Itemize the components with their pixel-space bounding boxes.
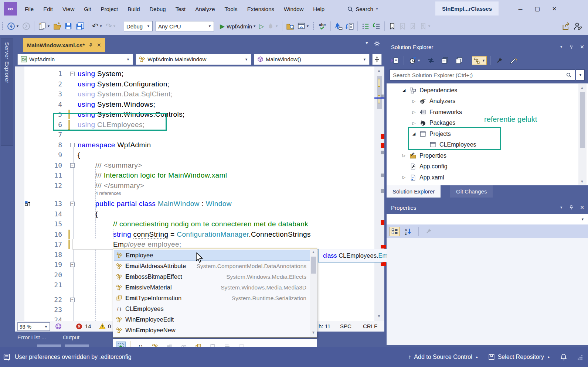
- search-control[interactable]: Search ▾: [347, 6, 378, 12]
- completion-item[interactable]: { }CLEmployees: [114, 303, 310, 314]
- select-repository-button[interactable]: Select Repository ▲: [488, 354, 550, 360]
- object-selector-dropdown[interactable]: ▼: [387, 214, 588, 224]
- tab-list-chevron-icon[interactable]: ▼: [365, 41, 369, 47]
- solution-explorer-title[interactable]: Solution Explorer ▼ ✕: [387, 41, 588, 53]
- expander-closed-icon[interactable]: ▷: [401, 175, 407, 180]
- menu-analyze[interactable]: Analyze: [190, 4, 220, 14]
- split-editor-icon[interactable]: [372, 54, 382, 65]
- start-without-debugging-button[interactable]: ▷: [258, 21, 265, 31]
- pin-icon[interactable]: [569, 44, 574, 49]
- categorized-button[interactable]: [390, 227, 400, 236]
- scroll-up-icon[interactable]: ▲: [312, 250, 315, 254]
- window-layout-button[interactable]: ▼: [296, 21, 311, 31]
- menu-build[interactable]: Build: [123, 4, 145, 14]
- menu-debug[interactable]: Debug: [145, 4, 171, 14]
- expander-closed-icon[interactable]: ▷: [411, 110, 417, 114]
- expander-closed-icon[interactable]: ▷: [401, 153, 407, 158]
- window-position-chevron-icon[interactable]: ▼: [560, 206, 563, 209]
- zoom-dropdown[interactable]: 93 %▼: [17, 322, 50, 331]
- scroll-down-icon[interactable]: ▼: [312, 330, 315, 335]
- start-debugging-button[interactable]: ▶WpfAdmin▼: [218, 21, 258, 31]
- sync-document-outline-button[interactable]: [344, 21, 355, 31]
- add-to-source-control-button[interactable]: ↑ Add to Source Control ▲: [408, 354, 478, 360]
- menu-edit[interactable]: Edit: [38, 4, 58, 14]
- project-dropdown[interactable]: C# WpfAdmin▼: [17, 54, 133, 65]
- redo-button[interactable]: ↷▼: [104, 21, 118, 31]
- tree-item-dependencies[interactable]: ◢Dependencies: [401, 85, 457, 96]
- spell-checker-button[interactable]: abc: [316, 21, 328, 31]
- navigate-back-button[interactable]: ▼: [6, 21, 21, 31]
- tab-solution-explorer[interactable]: Solution Explorer: [387, 185, 441, 198]
- solution-search-input[interactable]: Search Solution Explorer (Ctrl+;): [390, 69, 575, 80]
- open-file-button[interactable]: [52, 21, 63, 31]
- toolbar-grip[interactable]: [2, 21, 4, 31]
- save-all-button[interactable]: [74, 21, 86, 31]
- show-all-files-button[interactable]: [454, 56, 464, 65]
- completion-item[interactable]: EmailAddressAttributeSystem.ComponentMod…: [114, 261, 310, 271]
- close-icon[interactable]: ✕: [580, 44, 584, 50]
- collapse-all-button[interactable]: [440, 56, 450, 65]
- menu-help[interactable]: Help: [308, 4, 329, 14]
- window-position-chevron-icon[interactable]: ▼: [560, 45, 563, 49]
- menu-view[interactable]: View: [58, 4, 79, 14]
- toggle-bookmark-button[interactable]: [387, 21, 397, 31]
- close-document-icon[interactable]: ✕: [97, 42, 101, 48]
- next-bookmark-button[interactable]: [408, 21, 418, 31]
- navigate-cursor-button[interactable]: [333, 21, 344, 31]
- menu-window[interactable]: Window: [279, 4, 308, 14]
- close-button[interactable]: ✕: [546, 1, 563, 16]
- tree-item-app-xaml[interactable]: ▷‹›App.xaml: [401, 172, 444, 183]
- intellisense-scrollbar[interactable]: ▲ ▼: [310, 248, 317, 337]
- menu-tools[interactable]: Tools: [220, 4, 242, 14]
- document-tab[interactable]: MainWindow.xaml.cs* ✕: [23, 38, 105, 52]
- expander-closed-icon[interactable]: ▷: [411, 99, 417, 104]
- completion-item[interactable]: WinEmployeeNew: [114, 325, 310, 336]
- completion-item[interactable]: EmbossBitmapEffectSystem.Windows.Media.E…: [114, 271, 310, 282]
- preview-selected-items-button[interactable]: [508, 56, 519, 65]
- expander-open-icon[interactable]: ◢: [401, 88, 407, 93]
- completion-item[interactable]: EmitTypeInformationSystem.Runtime.Serial…: [114, 293, 310, 303]
- property-pages-wrench-icon[interactable]: [425, 228, 432, 235]
- tab-output[interactable]: Output: [63, 334, 79, 340]
- properties-title[interactable]: Properties ▼ ✕: [387, 201, 588, 214]
- editor-options-gear-icon[interactable]: [374, 41, 380, 47]
- pin-icon[interactable]: [88, 43, 93, 48]
- navigate-forward-button[interactable]: [21, 21, 32, 31]
- warning-icon[interactable]: !: [99, 323, 106, 330]
- menu-git[interactable]: Git: [79, 4, 96, 14]
- refresh-button[interactable]: [426, 56, 436, 65]
- tree-item-properties[interactable]: ▷Properties: [401, 150, 446, 161]
- menu-file[interactable]: File: [20, 4, 38, 14]
- scroll-up-icon[interactable]: ▲: [377, 68, 381, 73]
- pending-changes-filter-button[interactable]: ▼: [408, 56, 422, 65]
- type-dropdown[interactable]: WpfAdmin.MainWindow▼: [136, 54, 251, 65]
- indent-button[interactable]: [360, 21, 371, 31]
- sync-with-active-document-button[interactable]: ▼: [472, 56, 487, 65]
- alphabetical-sort-button[interactable]: AZ: [404, 228, 412, 235]
- close-icon[interactable]: ✕: [580, 205, 584, 210]
- resize-grip-icon[interactable]: [577, 354, 583, 360]
- find-in-files-button[interactable]: [285, 21, 296, 31]
- toolbar-grip[interactable]: [313, 21, 315, 31]
- pin-icon[interactable]: [569, 205, 574, 210]
- outdent-button[interactable]: [371, 21, 382, 31]
- previous-bookmark-button[interactable]: [397, 21, 408, 31]
- save-button[interactable]: [63, 21, 74, 31]
- member-dropdown[interactable]: MainWindow()▼: [254, 54, 370, 65]
- search-options-chevron-icon[interactable]: ▼: [576, 69, 585, 80]
- tree-scrollbar[interactable]: ▲ ▼: [578, 84, 587, 185]
- expander-closed-icon[interactable]: ▷: [411, 121, 417, 126]
- tree-item-app-config[interactable]: App.config: [401, 161, 448, 172]
- minimize-button[interactable]: ─: [512, 1, 529, 16]
- server-explorer-tab[interactable]: Server Explorer: [1, 38, 13, 146]
- completion-item[interactable]: Employee: [114, 250, 310, 261]
- completion-item[interactable]: EmissiveMaterialSystem.Windows.Media.Med…: [114, 282, 310, 293]
- warning-count[interactable]: 0: [108, 323, 111, 329]
- feedback-icon[interactable]: [55, 323, 62, 330]
- properties-wrench-button[interactable]: [494, 56, 504, 65]
- error-icon[interactable]: [76, 323, 82, 330]
- notifications-bell-icon[interactable]: [560, 353, 567, 361]
- new-project-button[interactable]: ▼: [37, 21, 52, 31]
- account-button[interactable]: [572, 21, 584, 32]
- scroll-down-icon[interactable]: ▼: [377, 314, 381, 318]
